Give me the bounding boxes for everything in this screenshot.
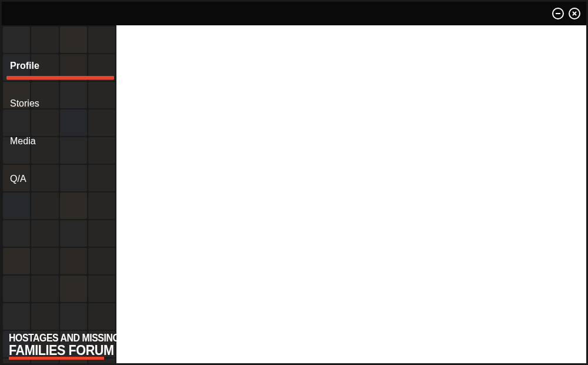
nav-label: Stories — [10, 98, 39, 108]
nav-item-stories[interactable]: Stories — [2, 92, 116, 114]
nav-item-qa[interactable]: Q/A — [2, 168, 116, 189]
sidebar: Profile Stories Media Q/A HOSTAGES AND M… — [2, 25, 116, 363]
window-frame: Profile Stories Media Q/A HOSTAGES AND M… — [0, 0, 588, 365]
close-button[interactable] — [569, 8, 580, 19]
nav-label: Profile — [10, 61, 39, 71]
nav-label: Media — [10, 136, 36, 146]
title-bar — [2, 2, 586, 25]
nav-item-profile[interactable]: Profile — [2, 55, 116, 76]
footer-underline — [9, 357, 104, 360]
main-content — [116, 25, 586, 363]
minimize-icon — [555, 11, 561, 16]
nav-item-media[interactable]: Media — [2, 130, 116, 151]
minimize-button[interactable] — [552, 8, 564, 19]
nav-label: Q/A — [10, 174, 26, 184]
footer-logo-line2: FAMILIES FORUM — [9, 343, 99, 357]
close-icon — [572, 11, 577, 16]
nav-menu: Profile Stories Media Q/A — [2, 55, 116, 205]
sidebar-footer-logo: HOSTAGES AND MISSING FAMILIES FORUM — [9, 333, 109, 357]
app-body: Profile Stories Media Q/A HOSTAGES AND M… — [2, 25, 586, 363]
